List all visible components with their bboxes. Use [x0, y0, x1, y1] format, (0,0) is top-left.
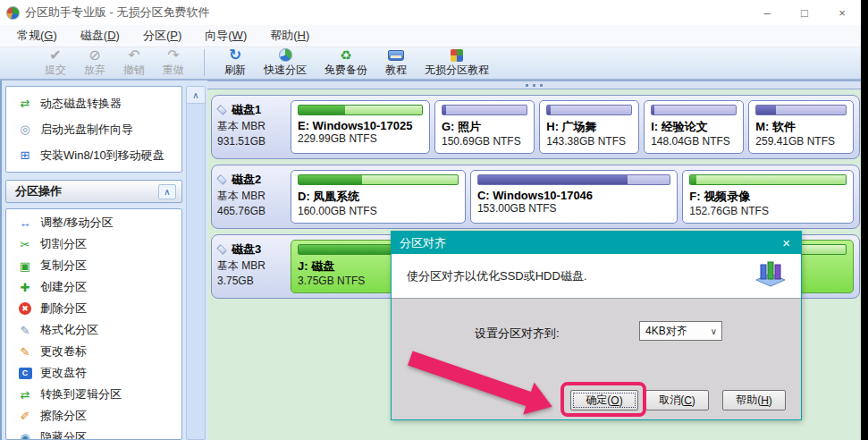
menu-disk[interactable]: 磁盘(D) [69, 25, 131, 47]
alignment-dropdown[interactable]: 4KB对齐 ∨ [639, 321, 722, 341]
menu-label: ) [116, 29, 120, 42]
dialog-title-bar[interactable]: 分区对齐 × [392, 232, 801, 254]
usage-fill [299, 175, 362, 184]
dialog-header: 使分区对齐以优化SSD或HDD磁盘. [392, 254, 801, 299]
split-partition-icon: ✂ [17, 237, 33, 251]
commit-button[interactable]: ✔ 提交 [36, 47, 75, 78]
sidebar-item-convert-logical[interactable]: ⇄ 转换到逻辑分区 [6, 384, 181, 405]
app-logo-icon [6, 6, 20, 20]
partition-size: 148.04GB NTFS [651, 135, 737, 148]
sidebar-item-copy-partition[interactable]: ▣ 复制分区 [6, 255, 181, 276]
refresh-button[interactable]: ↻ 刷新 [215, 47, 255, 78]
quick-partition-button[interactable]: 快速分区 [255, 47, 316, 78]
button-label: 取消( [659, 393, 684, 408]
partition-c[interactable]: C: Windows10-17046 153.00GB NTFS [470, 170, 678, 224]
cancel-button[interactable]: 取消(C) [645, 390, 709, 410]
sidebar-item-delete-partition[interactable]: ✖ 删除分区 [6, 298, 181, 319]
disk-name: 磁盘2 [232, 172, 261, 189]
disk3-info[interactable]: 磁盘3 基本 MBR 3.75GB [217, 240, 287, 293]
usage-fill [547, 106, 551, 114]
toolbar-label: 重做 [163, 63, 184, 78]
discard-button[interactable]: ⊘ 放弃 [75, 47, 114, 78]
tutorial-button[interactable]: 教程 [376, 47, 416, 78]
sidebar-item-change-label[interactable]: ✎ 更改卷标 [6, 341, 181, 362]
toolbar-label: 快速分区 [264, 63, 307, 78]
sidebar-item-label: 调整/移动分区 [40, 215, 114, 231]
disk-icon [216, 175, 226, 185]
redo-button[interactable]: ↷ 重做 [154, 47, 193, 78]
menu-help[interactable]: 帮助(H) [258, 25, 321, 47]
sidebar: ⇄ 动态磁盘转换器 ◎ 启动光盘制作向导 ⊞ 安装Win8/10到移动硬盘 [0, 80, 207, 440]
button-mnemonic: H [761, 394, 769, 407]
sidebar-item-win-to-go[interactable]: ⊞ 安装Win8/10到移动硬盘 [6, 142, 181, 168]
disk-icon [216, 245, 226, 255]
undo-button[interactable]: ↶ 撤销 [114, 47, 154, 78]
menu-label: 磁盘( [80, 29, 107, 42]
partition-e[interactable]: E: Windows10-17025 229.99GB NTFS [291, 100, 430, 154]
sidebar-content: ⇄ 动态磁盘转换器 ◎ 启动光盘制作向导 ⊞ 安装Win8/10到移动硬盘 [5, 86, 182, 440]
usage-bar [442, 105, 527, 115]
sidebar-item-create-partition[interactable]: ✚ 创建分区 [6, 276, 181, 298]
partition-align-dialog: 分区对齐 × 使分区对齐以优化SSD或HDD磁盘. 设置分区对齐到: 4KB对齐… [391, 231, 802, 420]
disk-type: 基本 MBR [217, 119, 287, 134]
partition-f[interactable]: F: 视频录像 152.76GB NTFS [682, 170, 854, 224]
sidebar-item-label: 删除分区 [40, 300, 87, 317]
partition-i[interactable]: I: 经验论文 148.04GB NTFS [644, 100, 744, 154]
dialog-close-icon[interactable]: × [780, 235, 793, 250]
menu-mnemonic: W [232, 29, 243, 42]
sidebar-item-boot-cd-wizard[interactable]: ◎ 启动光盘制作向导 [6, 116, 181, 142]
splitter-dot [533, 84, 535, 87]
usage-bar [546, 105, 632, 115]
sidebar-item-split-partition[interactable]: ✂ 切割分区 [6, 233, 181, 255]
partition-d[interactable]: D: 凤凰系统 160.00GB NTFS [291, 170, 466, 224]
close-button[interactable]: × [823, 0, 861, 25]
sidebar-scrollbar[interactable]: ∧ [186, 86, 206, 440]
create-partition-icon: ✚ [17, 280, 33, 294]
wizards-panel: ⇄ 动态磁盘转换器 ◎ 启动光盘制作向导 ⊞ 安装Win8/10到移动硬盘 [5, 86, 182, 173]
title-bar: 分区助手专业版 - 无损分区免费软件 – □ × [0, 0, 861, 25]
usage-bar [298, 105, 423, 115]
window-title: 分区助手专业版 - 无损分区免费软件 [25, 4, 210, 21]
usage-bar [755, 105, 847, 115]
disk-type: 基本 MBR [217, 258, 287, 274]
help-button[interactable]: 帮助(H) [722, 390, 786, 410]
panel-splitter[interactable] [207, 80, 861, 89]
ok-button[interactable]: 确定(O) [570, 390, 638, 410]
minimize-button[interactable]: – [748, 0, 786, 25]
partition-ops-header: 分区操作 ∧ [5, 180, 182, 203]
menu-partition[interactable]: 分区(P) [131, 25, 193, 47]
partition-size: 160.00GB NTFS [298, 205, 459, 217]
usage-fill [652, 106, 654, 114]
free-backup-button[interactable]: ♻ 免费备份 [316, 47, 376, 78]
partition-h[interactable]: H: 广场舞 143.38GB NTFS [539, 100, 639, 154]
partition-m[interactable]: M: 软件 259.41GB NTFS [748, 100, 854, 154]
menu-general[interactable]: 常规(G) [5, 25, 69, 47]
undo-icon: ↶ [128, 47, 139, 63]
partition-g[interactable]: G: 照片 150.69GB NTFS [434, 100, 535, 154]
resize-move-partition-icon: ↔ [17, 216, 33, 230]
disk-type: 基本 MBR [217, 189, 287, 204]
hide-partition-icon: ◉ [17, 430, 33, 440]
scrollbar-up-arrow-icon[interactable]: ∧ [187, 87, 205, 104]
disk1-info[interactable]: 磁盘1 基本 MBR 931.51GB [217, 100, 287, 154]
disk2-info[interactable]: 磁盘2 基本 MBR 465.76GB [217, 170, 287, 224]
window-controls: – □ × [748, 0, 861, 25]
sidebar-item-wipe-partition[interactable]: ✐ 擦除分区 [6, 405, 181, 427]
toolbar-label: 提交 [45, 63, 66, 78]
partition-size: 259.41GB NTFS [755, 135, 847, 148]
menu-wizard[interactable]: 向导(W) [193, 25, 258, 47]
collapse-chevron-icon[interactable]: ∧ [158, 184, 176, 199]
maximize-button[interactable]: □ [786, 0, 823, 25]
usage-fill [478, 175, 628, 184]
sidebar-item-change-drive-letter[interactable]: C 更改盘符 [6, 362, 181, 384]
sidebar-item-format-partition[interactable]: ✎ 格式化分区 [6, 319, 181, 341]
lossless-tutorial-button[interactable]: 无损分区教程 [416, 47, 498, 78]
partition-label: C: Windows10-17046 [477, 189, 670, 202]
sidebar-item-dynamic-disk-converter[interactable]: ⇄ 动态磁盘转换器 [6, 90, 181, 116]
sidebar-item-hide-partition[interactable]: ◉ 隐藏分区 [6, 427, 181, 440]
toolbar-label: 放弃 [84, 63, 105, 78]
sidebar-item-resize-move[interactable]: ↔ 调整/移动分区 [6, 212, 181, 233]
partition-label: D: 凤凰系统 [298, 189, 459, 205]
quick-partition-pie-icon [279, 47, 292, 63]
format-partition-icon: ✎ [17, 323, 33, 337]
